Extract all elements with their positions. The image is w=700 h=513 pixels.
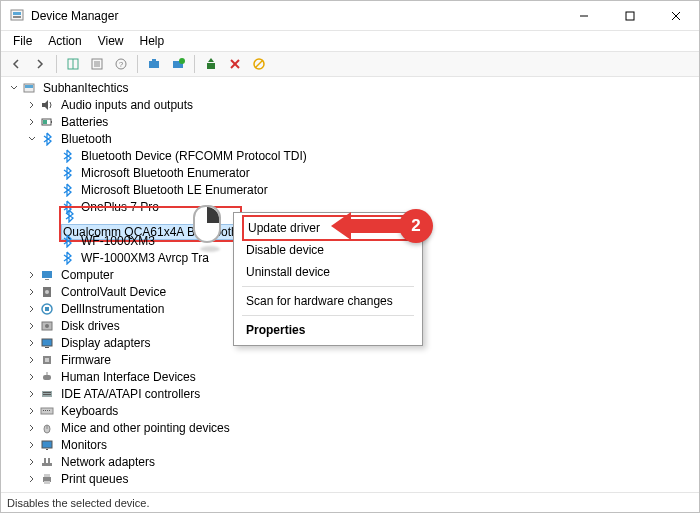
computer-icon xyxy=(39,267,55,283)
ide-icon xyxy=(39,386,55,402)
svg-rect-32 xyxy=(45,279,49,280)
tree-category[interactable]: Keyboards xyxy=(5,402,699,419)
svg-rect-29 xyxy=(51,121,52,123)
spacer xyxy=(25,421,39,435)
svg-point-34 xyxy=(45,290,49,294)
svg-rect-50 xyxy=(45,410,46,411)
svg-rect-47 xyxy=(43,394,51,395)
spacer xyxy=(45,217,59,231)
svg-rect-52 xyxy=(49,410,50,411)
back-button[interactable] xyxy=(5,53,27,75)
tree-category[interactable]: Bluetooth xyxy=(5,130,699,147)
minimize-button[interactable] xyxy=(561,1,607,31)
tree-label: Disk drives xyxy=(59,318,122,334)
status-text: Disables the selected device. xyxy=(7,497,149,509)
svg-rect-26 xyxy=(25,85,33,88)
menubar: File Action View Help xyxy=(1,31,699,51)
tree-category[interactable]: Monitors xyxy=(5,436,699,453)
tree-category[interactable]: Firmware xyxy=(5,351,699,368)
bluetooth-icon xyxy=(61,208,77,224)
audio-icon xyxy=(39,97,55,113)
tree-category[interactable]: Print queues xyxy=(5,470,699,487)
bluetooth-icon xyxy=(59,250,75,266)
menu-action[interactable]: Action xyxy=(40,32,89,50)
svg-marker-27 xyxy=(42,100,48,110)
add-legacy-button[interactable] xyxy=(167,53,189,75)
ctx-uninstall-device[interactable]: Uninstall device xyxy=(234,261,422,283)
update-driver-button[interactable] xyxy=(200,53,222,75)
tree-label: Bluetooth Device (RFCOMM Protocol TDI) xyxy=(79,148,309,164)
spacer xyxy=(45,149,59,163)
toolbar-separator xyxy=(137,55,138,73)
svg-rect-62 xyxy=(44,481,50,484)
menu-file[interactable]: File xyxy=(5,32,40,50)
tree-label: Mice and other pointing devices xyxy=(59,420,232,436)
tree-label: SubhanItechtics xyxy=(41,80,130,96)
collapse-icon[interactable] xyxy=(25,132,39,146)
svg-marker-20 xyxy=(208,58,214,62)
tree-category[interactable]: Network adapters xyxy=(5,453,699,470)
tree-label: WF-1000XM3 xyxy=(79,233,157,249)
tree-device[interactable]: Microsoft Bluetooth Enumerator xyxy=(5,164,699,181)
ctx-properties[interactable]: Properties xyxy=(234,319,422,341)
bluetooth-icon xyxy=(59,148,75,164)
svg-rect-55 xyxy=(42,441,52,448)
tree-category[interactable]: Audio inputs and outputs xyxy=(5,96,699,113)
svg-rect-51 xyxy=(47,410,48,411)
bluetooth-icon xyxy=(59,233,75,249)
tree-category[interactable]: Mice and other pointing devices xyxy=(5,419,699,436)
spacer xyxy=(25,285,39,299)
toolbar: ? xyxy=(1,51,699,77)
scan-hardware-button[interactable] xyxy=(143,53,165,75)
close-button[interactable] xyxy=(653,1,699,31)
svg-rect-15 xyxy=(149,61,159,68)
tree-category[interactable]: Batteries xyxy=(5,113,699,130)
firmware-icon xyxy=(39,352,55,368)
tree-label: DellInstrumentation xyxy=(59,301,166,317)
app-icon xyxy=(9,8,25,24)
menu-view[interactable]: View xyxy=(90,32,132,50)
menu-help[interactable]: Help xyxy=(132,32,173,50)
svg-rect-40 xyxy=(45,347,49,348)
maximize-button[interactable] xyxy=(607,1,653,31)
print-icon xyxy=(39,471,55,487)
vault-icon xyxy=(39,284,55,300)
svg-line-24 xyxy=(255,60,263,68)
help-button[interactable]: ? xyxy=(110,53,132,75)
tree-label: Microsoft Bluetooth Enumerator xyxy=(79,165,252,181)
tree-device[interactable]: Microsoft Bluetooth LE Enumerator xyxy=(5,181,699,198)
uninstall-device-button[interactable] xyxy=(248,53,270,75)
annotation-arrow: 2 xyxy=(331,209,433,243)
device-tree[interactable]: SubhanItechticsAudio inputs and outputsB… xyxy=(1,77,699,492)
svg-rect-2 xyxy=(13,16,21,18)
spacer xyxy=(45,166,59,180)
collapse-icon[interactable] xyxy=(7,81,21,95)
network-icon xyxy=(39,454,55,470)
svg-rect-36 xyxy=(45,307,49,311)
monitor-icon xyxy=(39,437,55,453)
tree-label: Computer xyxy=(59,267,116,283)
disable-device-button[interactable] xyxy=(224,53,246,75)
svg-rect-49 xyxy=(43,410,44,411)
tree-root[interactable]: SubhanItechtics xyxy=(5,79,699,96)
properties-button[interactable] xyxy=(86,53,108,75)
svg-rect-57 xyxy=(42,463,52,466)
svg-rect-30 xyxy=(43,120,47,124)
spacer xyxy=(25,353,39,367)
tree-device[interactable]: Bluetooth Device (RFCOMM Protocol TDI) xyxy=(5,147,699,164)
tree-label: Batteries xyxy=(59,114,110,130)
show-hide-tree-button[interactable] xyxy=(62,53,84,75)
tree-label: Firmware xyxy=(59,352,113,368)
display-icon xyxy=(39,335,55,351)
spacer xyxy=(25,387,39,401)
tree-category[interactable]: Human Interface Devices xyxy=(5,368,699,385)
svg-rect-16 xyxy=(152,59,156,61)
ctx-scan-hardware[interactable]: Scan for hardware changes xyxy=(234,290,422,312)
tree-label: Microsoft Bluetooth LE Enumerator xyxy=(79,182,270,198)
spacer xyxy=(25,438,39,452)
forward-button[interactable] xyxy=(29,53,51,75)
spacer xyxy=(25,455,39,469)
tree-category[interactable]: IDE ATA/ATAPI controllers xyxy=(5,385,699,402)
svg-rect-58 xyxy=(44,458,46,463)
toolbar-separator xyxy=(194,55,195,73)
